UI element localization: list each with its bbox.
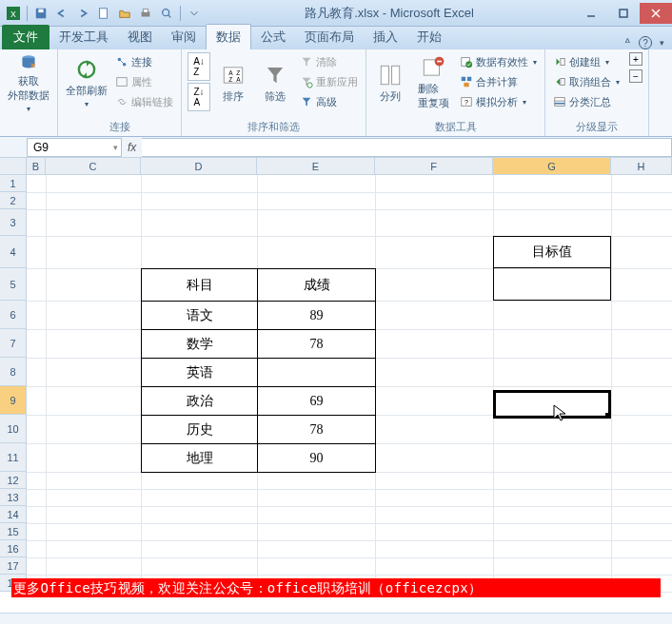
row-header[interactable]: 7 <box>0 329 27 358</box>
refresh-all-button[interactable]: 全部刷新 ▾ <box>64 52 109 113</box>
connections-button[interactable]: 连接 <box>113 52 175 71</box>
close-button[interactable] <box>640 3 672 24</box>
open-icon[interactable] <box>115 4 134 23</box>
get-external-data-button[interactable]: 获取 外部数据 ▾ <box>6 52 51 113</box>
column-header[interactable]: B <box>27 158 46 175</box>
reapply-button[interactable]: 重新应用 <box>298 72 360 91</box>
row-header[interactable]: 12 <box>0 472 27 489</box>
svg-rect-34 <box>464 83 468 87</box>
quickprint-icon[interactable] <box>136 4 155 23</box>
cell[interactable]: 数学 <box>142 330 258 359</box>
subtotal-button[interactable]: 分类汇总 <box>551 92 622 111</box>
ribbon-tab-6[interactable]: 视图 <box>118 25 162 49</box>
ribbon-tab-1[interactable]: 插入 <box>364 25 407 49</box>
row-header[interactable]: 5 <box>0 268 27 301</box>
worksheet-grid[interactable]: BCDEFGH 123456789101112131415161718 科目成绩… <box>0 158 672 613</box>
sort-desc-button[interactable]: Z↓A <box>188 83 210 111</box>
column-header[interactable]: D <box>141 158 257 175</box>
ribbon-tab-3[interactable]: 公式 <box>251 25 295 49</box>
row-header[interactable]: 16 <box>0 540 27 557</box>
cell[interactable]: 英语 <box>142 359 258 387</box>
column-header[interactable]: G <box>493 158 611 175</box>
properties-button[interactable]: 属性 <box>113 72 175 91</box>
group-button[interactable]: 创建组▾ <box>551 52 622 71</box>
cell[interactable]: 政治 <box>142 387 258 416</box>
bottom-strip <box>0 613 672 624</box>
filter-button[interactable]: 筛选 <box>256 52 294 113</box>
cell[interactable]: 90 <box>258 444 376 473</box>
preview-icon[interactable] <box>157 4 176 23</box>
undo-icon[interactable] <box>52 4 71 23</box>
data-table[interactable]: 科目成绩语文89数学78英语政治69历史78地理90 <box>141 268 376 473</box>
file-tab[interactable]: 文件 <box>2 25 49 49</box>
maximize-button[interactable] <box>607 3 640 24</box>
fx-button[interactable]: fx <box>122 141 142 154</box>
formula-input[interactable] <box>142 138 672 157</box>
row-header[interactable]: 10 <box>0 415 27 443</box>
ungroup-button[interactable]: 取消组合▾ <box>551 72 622 91</box>
svg-rect-37 <box>561 59 564 66</box>
cell[interactable]: 历史 <box>142 416 258 444</box>
column-header[interactable]: E <box>257 158 375 175</box>
cell[interactable]: 地理 <box>142 444 258 473</box>
ribbon-tab-4[interactable]: 数据 <box>206 24 251 49</box>
row-header[interactable]: 2 <box>0 192 27 209</box>
row-header[interactable]: 13 <box>0 489 27 506</box>
window-controls <box>575 3 672 24</box>
svg-point-24 <box>307 83 312 88</box>
row-header[interactable]: 8 <box>0 358 27 386</box>
text-to-columns-button[interactable]: 分列 <box>372 52 408 113</box>
cell[interactable]: 89 <box>258 302 376 330</box>
excel-icon: X <box>4 4 23 23</box>
remove-duplicates-button[interactable]: 删除 重复项 <box>412 52 454 113</box>
hide-detail-icon[interactable]: − <box>629 69 642 83</box>
qat-dropdown-icon[interactable] <box>185 4 204 23</box>
save-icon[interactable] <box>31 4 50 23</box>
row-header[interactable]: 3 <box>0 209 27 236</box>
ribbon-tab-0[interactable]: 开始 <box>407 25 451 49</box>
column-header[interactable]: H <box>611 158 672 175</box>
ribbon-tab-2[interactable]: 页面布局 <box>295 25 364 49</box>
sort-asc-button[interactable]: A↓Z <box>188 52 210 81</box>
cell[interactable]: 69 <box>258 387 376 416</box>
advanced-filter-button[interactable]: 高级 <box>298 92 360 111</box>
row-header[interactable]: 9 <box>0 386 27 415</box>
fill-handle[interactable] <box>605 413 611 419</box>
row-header[interactable]: 6 <box>0 301 27 329</box>
clear-filter-button[interactable]: 清除 <box>298 52 360 71</box>
new-icon[interactable] <box>94 4 113 23</box>
cell[interactable] <box>258 359 376 387</box>
help-icon[interactable]: ? <box>639 36 652 49</box>
row-header[interactable]: 1 <box>0 175 27 192</box>
row-header[interactable]: 11 <box>0 443 27 472</box>
active-cell-selection <box>493 390 611 419</box>
target-label-cell[interactable]: 目标值 <box>493 236 611 268</box>
consolidate-button[interactable]: 合并计算 <box>458 72 539 91</box>
show-detail-icon[interactable]: + <box>629 52 642 66</box>
minimize-ribbon-icon[interactable]: ᐞ <box>624 36 631 49</box>
svg-rect-38 <box>561 79 564 86</box>
data-validation-button[interactable]: 数据有效性▾ <box>458 52 539 71</box>
ribbon-tab-7[interactable]: 开发工具 <box>49 25 118 49</box>
cell[interactable]: 语文 <box>142 302 258 330</box>
name-box[interactable]: G9▾ <box>27 138 122 157</box>
ribbon-group-getdata: 获取 外部数据 ▾ <box>0 49 58 136</box>
row-header[interactable]: 4 <box>0 236 27 268</box>
column-header[interactable]: F <box>375 158 493 175</box>
sort-button[interactable]: AZZA 排序 <box>214 52 252 113</box>
whatif-button[interactable]: ?模拟分析▾ <box>458 92 539 111</box>
cell[interactable]: 78 <box>258 416 376 444</box>
select-all-corner[interactable] <box>0 158 27 175</box>
target-value-cell[interactable] <box>493 268 611 301</box>
column-header[interactable]: C <box>46 158 141 175</box>
cell[interactable]: 科目 <box>142 269 258 302</box>
minimize-button[interactable] <box>575 3 607 24</box>
row-header[interactable]: 14 <box>0 506 27 523</box>
cell[interactable]: 成绩 <box>258 269 376 302</box>
cell[interactable]: 78 <box>258 330 376 359</box>
redo-icon[interactable] <box>73 4 92 23</box>
row-header[interactable]: 17 <box>0 557 27 575</box>
ribbon-tab-5[interactable]: 审阅 <box>162 25 206 49</box>
edit-links-button[interactable]: 编辑链接 <box>113 92 175 111</box>
row-header[interactable]: 15 <box>0 523 27 540</box>
